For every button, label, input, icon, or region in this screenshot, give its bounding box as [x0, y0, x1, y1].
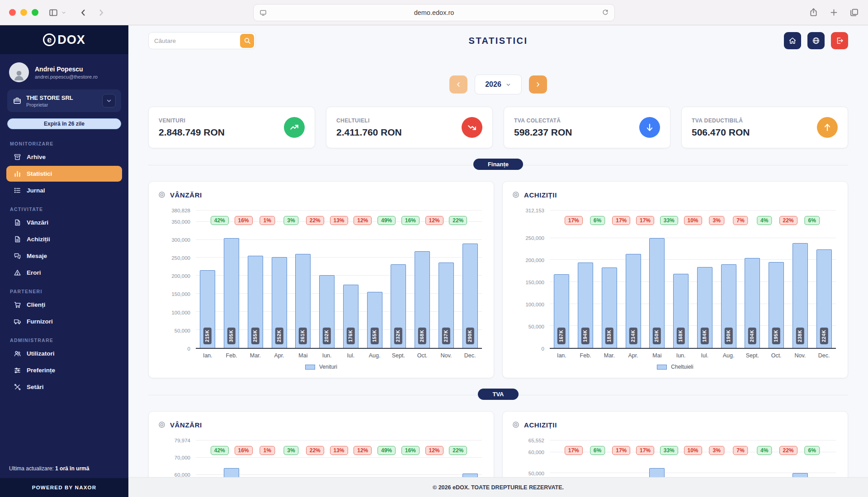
sidebar-item-label: Clienți	[27, 301, 45, 308]
bar-value-label: 237K	[442, 328, 450, 344]
pct-badge: 6%	[590, 446, 605, 455]
bar-value-label: 214K	[629, 328, 637, 344]
sidebar-item-achizitii[interactable]: Achiziții	[6, 231, 122, 247]
y-tick-label: 0	[158, 346, 190, 352]
chart-bar: 238K	[793, 243, 808, 348]
chart-bar: 214K	[626, 254, 641, 348]
year-dropdown[interactable]: 2026	[475, 75, 522, 94]
sidebar-item-statistici[interactable]: Statistici	[6, 166, 122, 182]
chart-bar: 50K	[793, 473, 808, 477]
prev-year-button[interactable]	[449, 75, 467, 94]
avatar	[9, 62, 29, 82]
chart-bar: 261K	[295, 254, 311, 348]
pct-badge: 22%	[779, 446, 797, 455]
pct-badge: 7%	[733, 446, 748, 455]
y-tick-label: 350,000	[158, 219, 190, 225]
company-name: THE STORE SRL	[26, 94, 73, 101]
sidebar-item-jurnal[interactable]: Jurnal	[6, 183, 122, 198]
trend-up-icon-badge	[284, 117, 305, 138]
address-bar[interactable]: demo.edox.ro	[253, 4, 615, 21]
chart-bar: 183K	[602, 267, 617, 348]
y-tick-label: 50,000	[512, 470, 544, 477]
pct-badge: 3%	[709, 216, 724, 225]
search-input[interactable]	[154, 38, 240, 44]
section-divider-tva: TVA	[148, 389, 848, 401]
x-axis-label: Nov.	[434, 352, 458, 359]
back-button[interactable]	[78, 8, 88, 18]
sidebar-section-label: ACTIVITATE	[10, 206, 118, 212]
sidebar-item-furnizori[interactable]: Furnizori	[6, 314, 122, 329]
chart-card-finante-achizitii: ACHIZIȚII050,000100,000150,000200,000250…	[502, 181, 848, 378]
arrow-down-icon-badge	[639, 117, 660, 138]
forward-button[interactable]	[96, 8, 106, 18]
chevron-left-icon	[78, 8, 88, 18]
stat-card-text: VENITURI2.848.749 RON	[159, 117, 225, 138]
chevron-down-icon	[505, 82, 511, 88]
chart-legend: Cheltuieli	[512, 363, 839, 370]
sidebar-item-label: Preferințe	[27, 367, 55, 374]
share-icon[interactable]	[809, 8, 818, 17]
chat-icon	[14, 252, 21, 260]
x-axis-label: Sept.	[741, 352, 764, 359]
bar-value-label: 190K	[725, 328, 733, 344]
stat-card-text: TVA DEDUCTIBILĂ506.470 RON	[692, 117, 750, 138]
minimize-window-button[interactable]	[20, 9, 27, 16]
next-year-button[interactable]	[529, 75, 547, 94]
archive-icon	[14, 153, 21, 161]
company-dropdown-button[interactable]	[102, 94, 116, 108]
sidebar-item-arhive[interactable]: Arhive	[6, 149, 122, 165]
page-preview-icon	[259, 9, 267, 17]
chart-card-tva-vanzari: VÂNZĂRI010,00020,00030,00040,00050,00060…	[148, 411, 494, 477]
x-axis-label: Apr.	[621, 352, 645, 359]
tab-overview-icon[interactable]	[849, 8, 859, 17]
bar-value-label: 204K	[749, 328, 757, 344]
x-axis-label: Apr.	[267, 352, 291, 359]
trend-down-icon	[467, 122, 477, 132]
logout-button[interactable]	[831, 32, 848, 49]
search-button[interactable]	[240, 34, 254, 48]
charts-row-tva: VÂNZĂRI010,00020,00030,00040,00050,00060…	[148, 411, 848, 477]
sidebar-item-mesaje[interactable]: Mesaje	[6, 248, 122, 264]
target-icon	[512, 421, 520, 429]
sidebar: e DOX Andrei Popescu andrei.popescu@thes…	[0, 25, 128, 497]
chart-bar: 176K	[343, 285, 359, 348]
reload-icon[interactable]	[602, 9, 609, 16]
pct-badge: 10%	[684, 446, 702, 455]
user-profile[interactable]: Andrei Popescu andrei.popescu@thestore.r…	[0, 54, 128, 89]
sliders-icon	[14, 366, 21, 374]
tools-icon	[14, 383, 21, 391]
bar-value-label: 155K	[371, 328, 379, 344]
new-tab-icon[interactable]	[829, 8, 839, 17]
language-button[interactable]	[807, 32, 825, 49]
home-button[interactable]	[784, 32, 801, 49]
sidebar-item-label: Arhive	[27, 154, 46, 160]
chart-title: ACHIZIȚII	[524, 191, 557, 199]
cart-icon	[14, 301, 21, 309]
y-tick-label: 0	[512, 346, 544, 352]
sidebar-item-erori[interactable]: Erori	[6, 265, 122, 281]
sidebar-item-vanzari[interactable]: Vânzări	[6, 215, 122, 230]
chart-card-finante-vanzari: VÂNZĂRI050,000100,000150,000200,000250,0…	[148, 181, 494, 378]
chart-bar: 215K	[200, 270, 215, 348]
close-window-button[interactable]	[9, 9, 16, 16]
sidebar-item-utilizatori[interactable]: Utilizatori	[6, 346, 122, 361]
year-selector: 2026	[148, 75, 848, 94]
stat-card-label: TVA DEDUCTIBILĂ	[692, 117, 750, 124]
sidebar-item-preferinte[interactable]: Preferințe	[6, 362, 122, 378]
x-axis-label: Iun.	[669, 352, 693, 359]
arrow-up-icon-badge	[817, 117, 838, 138]
zoom-window-button[interactable]	[32, 9, 38, 16]
sidebar-toggle-chevron[interactable]	[61, 10, 66, 15]
chart-title: VÂNZĂRI	[170, 421, 202, 429]
chart-plot: 167K194K183K214K250K168K184K190K204K195K…	[550, 211, 836, 349]
pct-badge: 33%	[660, 446, 678, 455]
y-tick-label: 150,000	[158, 291, 190, 297]
pct-badge: 6%	[805, 446, 820, 455]
pct-badge: 12%	[425, 446, 443, 455]
company-selector[interactable]: THE STORE SRL Proprietar	[7, 89, 121, 112]
sidebar-item-clienti[interactable]: Clienți	[6, 297, 122, 313]
chart-bar: 194K	[578, 263, 593, 348]
sidebar-toggle-button[interactable]	[48, 8, 58, 18]
sidebar-item-setari[interactable]: Setări	[6, 379, 122, 395]
y-tick-label: 380,828	[158, 207, 190, 214]
